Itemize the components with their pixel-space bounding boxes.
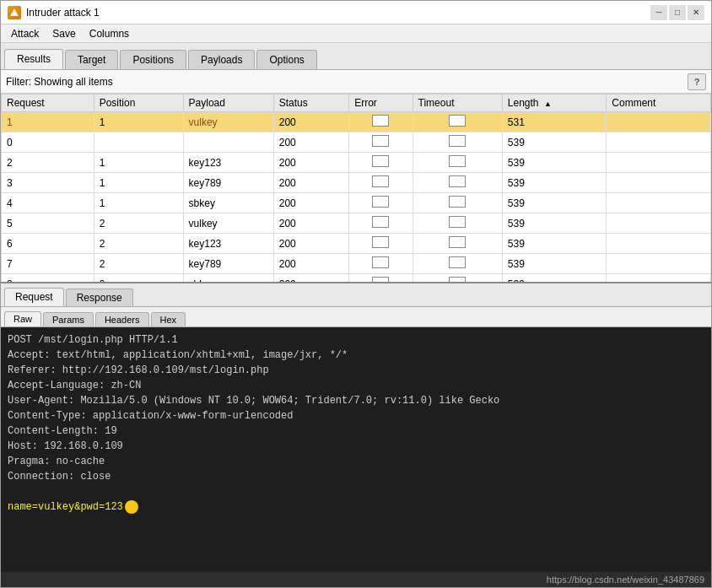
checkbox[interactable] [372,175,389,187]
table-header-row: Request Position Payload Status Error Ti… [2,94,711,112]
table-cell: 4 [2,193,94,213]
table-row[interactable]: 21key123200539 [2,153,711,173]
checkbox[interactable] [372,135,389,147]
table-cell: sbkey [183,193,273,213]
table-cell: 200 [273,132,348,153]
table-row[interactable]: 0200539 [2,132,711,153]
tab-payloads[interactable]: Payloads [188,50,255,69]
request-line: User-Agent: Mozilla/5.0 (Windows NT 10.0… [8,395,499,407]
menu-attack[interactable]: Attack [4,26,46,41]
table-cell: 200 [273,254,348,274]
checkbox[interactable] [449,277,466,283]
checkbox[interactable] [372,196,389,208]
table-cell: 2 [94,274,183,284]
table-row[interactable]: 31key789200539 [2,173,711,193]
table-cell: 2 [94,213,183,234]
table-cell [349,132,413,153]
col-length[interactable]: Length ▲ [502,94,607,112]
request-content[interactable]: POST /mst/login.php HTTP/1.1 Accept: tex… [1,327,711,572]
tab-options[interactable]: Options [256,50,316,69]
status-bar: https://blog.csdn.net/weixin_43487869 [1,572,711,587]
table-row[interactable]: 82sbkey200539 [2,274,711,284]
request-line: Accept: text/html, application/xhtml+xml… [8,349,348,361]
sub-tab-params[interactable]: Params [43,312,94,326]
checkbox[interactable] [449,115,466,127]
menu-columns[interactable]: Columns [83,26,136,41]
table-cell [607,274,711,284]
table-cell: 1 [2,112,94,132]
checkbox[interactable] [372,216,389,228]
col-position[interactable]: Position [94,94,183,112]
tab-results[interactable]: Results [4,49,63,69]
table-cell: sbkey [183,274,273,284]
table-cell: 539 [502,153,607,173]
checkbox[interactable] [372,277,389,283]
table-cell: vulkey [183,112,273,132]
checkbox[interactable] [449,236,466,248]
checkbox[interactable] [372,115,389,127]
table-cell: 531 [502,112,607,132]
results-table-container[interactable]: Request Position Payload Status Error Ti… [1,94,711,283]
menu-bar: Attack Save Columns [1,24,711,43]
table-cell [413,274,502,284]
table-cell [349,173,413,193]
tab-request[interactable]: Request [4,288,64,306]
request-line: Pragma: no-cache [8,456,105,467]
bottom-panel: Request Response Raw Params Headers Hex … [1,283,711,587]
table-cell: 1 [94,173,183,193]
table-cell: 200 [273,274,348,284]
col-error[interactable]: Error [349,94,413,112]
maximize-button[interactable]: □ [669,5,686,20]
menu-save[interactable]: Save [46,26,82,41]
minimize-button[interactable]: ─ [650,5,667,20]
table-body: 11vulkey200531020053921key12320053931key… [2,112,711,284]
col-timeout[interactable]: Timeout [413,94,502,112]
request-line: POST /mst/login.php HTTP/1.1 [8,334,178,346]
table-row[interactable]: 52vulkey200539 [2,213,711,234]
checkbox[interactable] [372,256,389,268]
table-cell [349,193,413,213]
col-status[interactable]: Status [273,94,348,112]
table-cell: 539 [502,193,607,213]
table-row[interactable]: 11vulkey200531 [2,112,711,132]
checkbox[interactable] [449,216,466,228]
filter-text: Filter: Showing all items [6,76,682,88]
table-row[interactable]: 72key789200539 [2,254,711,274]
cursor-indicator [125,500,138,514]
table-cell: 1 [94,112,183,132]
window-controls: ─ □ ✕ [650,5,704,20]
table-cell [349,153,413,173]
col-request[interactable]: Request [2,94,94,112]
table-cell: 200 [273,112,348,132]
checkbox[interactable] [449,175,466,187]
checkbox[interactable] [449,256,466,268]
sub-tab-raw[interactable]: Raw [4,311,41,326]
close-button[interactable]: ✕ [688,5,704,20]
results-table: Request Position Payload Status Error Ti… [1,94,711,283]
tab-response[interactable]: Response [66,289,133,306]
checkbox[interactable] [449,155,466,167]
table-cell: 539 [502,254,607,274]
checkbox[interactable] [372,236,389,248]
col-payload[interactable]: Payload [183,94,273,112]
checkbox[interactable] [449,196,466,208]
col-comment[interactable]: Comment [607,94,711,112]
tab-positions[interactable]: Positions [120,50,186,69]
table-cell: 539 [502,173,607,193]
table-row[interactable]: 62key123200539 [2,234,711,254]
sub-tab-headers[interactable]: Headers [95,312,149,326]
table-cell [183,132,273,153]
table-row[interactable]: 41sbkey200539 [2,193,711,213]
checkbox[interactable] [372,155,389,167]
table-cell: 8 [2,274,94,284]
filter-help-button[interactable]: ? [688,73,706,90]
table-cell [607,254,711,274]
table-cell: 2 [94,234,183,254]
svg-marker-0 [10,8,19,16]
table-cell: 200 [273,193,348,213]
tab-target[interactable]: Target [65,50,118,69]
sub-tab-hex[interactable]: Hex [151,312,186,326]
request-line: Connection: close [8,471,111,483]
checkbox[interactable] [449,135,466,147]
table-cell: 200 [273,153,348,173]
